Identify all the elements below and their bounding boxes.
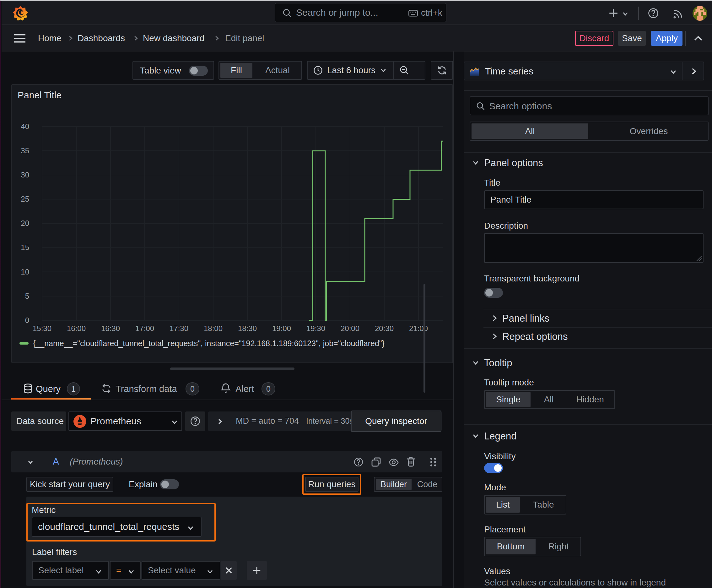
svg-text:20:30: 20:30 [375,324,394,333]
svg-text:15: 15 [21,243,29,252]
svg-text:19:00: 19:00 [272,324,291,333]
svg-text:40: 40 [21,122,29,131]
svg-text:20:00: 20:00 [341,324,360,333]
svg-text:25: 25 [21,195,29,203]
svg-text:16:30: 16:30 [101,324,120,333]
svg-text:18:30: 18:30 [238,324,257,333]
svg-text:16:00: 16:00 [67,324,86,333]
svg-text:15:30: 15:30 [33,324,51,333]
svg-text:18:00: 18:00 [204,324,222,333]
svg-text:30: 30 [21,171,29,179]
svg-text:35: 35 [21,146,29,155]
svg-text:0: 0 [25,316,29,324]
svg-text:{__name__="cloudflared_tunnel_: {__name__="cloudflared_tunnel_total_requ… [33,339,385,348]
svg-text:20: 20 [21,219,29,227]
svg-text:17:30: 17:30 [170,324,188,333]
svg-text:19:30: 19:30 [306,324,325,333]
svg-text:10: 10 [21,268,29,276]
svg-text:5: 5 [25,292,29,300]
svg-text:17:00: 17:00 [135,324,154,333]
